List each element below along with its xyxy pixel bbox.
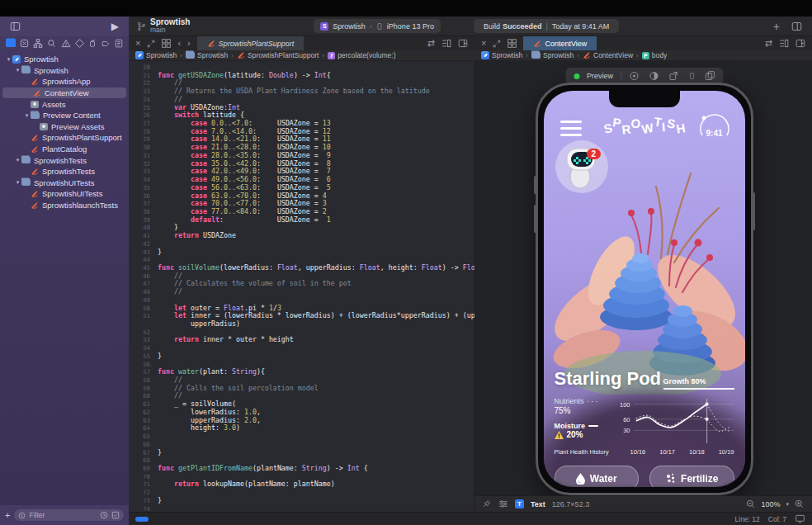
breadcrumb-item[interactable]: Sprowtish xyxy=(531,51,574,59)
library-plus-button[interactable]: + xyxy=(773,21,780,32)
destination-chooser-icon[interactable] xyxy=(162,39,171,48)
tree-item-sprowtish[interactable]: ▾Sprowtish xyxy=(0,65,129,77)
notification-badge[interactable]: 2 xyxy=(587,149,602,159)
preview-rotate-icon[interactable] xyxy=(668,71,678,81)
preview-device-icon[interactable] xyxy=(688,71,695,81)
assets-icon xyxy=(31,101,39,108)
zoom-level[interactable]: 100% xyxy=(761,500,780,508)
destination-chooser-icon[interactable] xyxy=(508,39,517,48)
zoom-out-button[interactable] xyxy=(746,499,755,508)
activity-status[interactable]: Build Succeeded | Today at 9:41 AM xyxy=(474,19,619,33)
scm-filter-icon[interactable] xyxy=(111,511,120,519)
fertilize-button[interactable]: Fertilize xyxy=(649,466,734,487)
editor-layout-button[interactable] xyxy=(791,21,802,31)
tree-item-sprowtishlaunchtests[interactable]: SprowtishlaunchTests xyxy=(0,200,129,211)
horizontal-scrollbar[interactable] xyxy=(135,517,149,522)
tree-item-sprowtishuitests[interactable]: ▾SprowtishUITests xyxy=(0,177,129,189)
breadcrumb-label: SprowtishPlantSupport xyxy=(248,51,319,59)
back-icon[interactable]: ‹ xyxy=(177,39,181,48)
selectable-icon[interactable] xyxy=(484,499,492,509)
project-navigator[interactable]: ▾Sprowtish▾SprowtishSprowtishAppContentV… xyxy=(0,50,129,508)
run-button[interactable]: ▶ xyxy=(111,21,119,31)
tree-item-sprowtishuitests[interactable]: SprowtishUITests xyxy=(0,188,129,200)
breadcrumb-label: Sprowtish xyxy=(543,51,574,59)
forward-icon[interactable]: › xyxy=(187,39,191,48)
swift-file-icon xyxy=(207,40,215,48)
breadcrumb-item[interactable]: fpercolate(volume:) xyxy=(328,51,395,59)
breadcrumb-item[interactable]: SprowtishPlantSupport xyxy=(237,51,319,59)
tree-item-preview content[interactable]: ▾Preview Content xyxy=(0,110,129,121)
close-editor-icon[interactable]: × xyxy=(135,39,140,48)
code-review-icon[interactable]: ⇄ xyxy=(427,39,435,48)
preview-appearance-icon[interactable] xyxy=(649,71,659,81)
menu-icon[interactable] xyxy=(560,121,582,136)
disclosure-icon[interactable]: ▾ xyxy=(5,56,12,63)
breadcrumb-item[interactable]: Sprowtish xyxy=(135,51,177,59)
source-editor[interactable]: 2021func getUSDAZone(latitude: Double) -… xyxy=(129,61,474,514)
editor-options-icon[interactable] xyxy=(441,39,451,48)
swift-icon xyxy=(31,168,39,176)
adjust-icon[interactable] xyxy=(498,499,508,508)
expand-editor-icon[interactable] xyxy=(147,40,155,48)
navigator-tab-breakpoints-icon[interactable] xyxy=(101,40,111,48)
navigator-tab-debug-icon[interactable] xyxy=(88,39,97,48)
tree-item-sprowtishtests[interactable]: SprowtishTests xyxy=(0,166,129,177)
add-file-button[interactable]: + xyxy=(5,511,10,520)
recent-files-icon[interactable] xyxy=(100,511,108,519)
sidebar-toolbar: ▶ xyxy=(0,17,129,36)
navigator-tab-source-control-icon[interactable] xyxy=(20,39,29,48)
tree-item-contentview[interactable]: ContentView xyxy=(2,88,126,99)
right-jump-bar[interactable]: Sprowtish›Sprowtish›ContentView›Pbody xyxy=(474,50,812,61)
navigator-tab-reports-icon[interactable] xyxy=(115,39,123,48)
expand-editor-icon[interactable] xyxy=(493,40,501,48)
toggle-navigator-icon[interactable] xyxy=(10,21,21,31)
breadcrumb-item[interactable]: Pbody xyxy=(642,51,667,59)
nutrients-value: 75% xyxy=(555,406,614,415)
x-tick-label: 10/18 xyxy=(689,448,705,456)
close-editor-icon[interactable]: × xyxy=(481,39,486,48)
folder-icon xyxy=(31,112,40,119)
tree-item-plantcatalog[interactable]: PlantCatalog xyxy=(0,144,129,155)
preview-canvas: Preview 9:41 SPROWTISH xyxy=(474,61,812,495)
tree-item-sprowtishplantsupport[interactable]: SprowtishPlantSupport xyxy=(0,132,129,144)
tree-item-sprowtishtests[interactable]: ▾SprowtishTests xyxy=(0,154,129,166)
zoom-in-button[interactable] xyxy=(795,499,804,508)
disclosure-icon[interactable]: ▾ xyxy=(14,157,21,163)
scheme-selector[interactable]: S Sprowtish › iPhone 13 Pro xyxy=(314,19,441,33)
navigator-tab-hierarchy-icon[interactable] xyxy=(33,39,43,48)
tab-label: SprowtishPlantSupport xyxy=(219,40,295,48)
add-editor-icon[interactable] xyxy=(458,39,468,48)
tree-item-sprowtish[interactable]: ▾Sprowtish xyxy=(0,54,129,65)
tab-contentview[interactable]: ContentView xyxy=(523,36,597,50)
navigator-tab-project-icon[interactable] xyxy=(6,40,16,47)
disclosure-icon[interactable]: ▾ xyxy=(14,67,21,73)
chart-y-axis: 1006030 xyxy=(614,397,634,443)
breadcrumb-item[interactable]: ContentView xyxy=(583,51,633,59)
navigator-tab-issues-icon[interactable] xyxy=(61,39,71,48)
tree-item-sprowtishapp[interactable]: SprowtishApp xyxy=(0,76,129,88)
preview-variants-icon[interactable] xyxy=(629,71,639,81)
disclosure-icon[interactable]: ▾ xyxy=(14,179,21,186)
navigator-tab-tests-icon[interactable] xyxy=(75,39,84,48)
tab-sprowtishplantsupport[interactable]: SprowtishPlantSupport xyxy=(197,36,304,50)
assistant-avatar[interactable] xyxy=(555,140,608,193)
preview-clone-icon[interactable] xyxy=(705,71,715,81)
display-icon[interactable] xyxy=(795,514,805,523)
add-editor-icon[interactable] xyxy=(795,39,805,48)
breadcrumb-separator: › xyxy=(636,52,639,59)
breadcrumb-item[interactable]: Sprowtish xyxy=(186,51,228,59)
tree-item-assets[interactable]: Assets xyxy=(0,98,129,110)
breadcrumb-item[interactable]: Sprowtish xyxy=(481,51,522,59)
breadcrumb-label: ContentView xyxy=(593,51,633,59)
tree-item-preview assets[interactable]: Preview Assets xyxy=(0,121,129,133)
editor-options-icon[interactable] xyxy=(779,39,789,48)
water-button[interactable]: Water xyxy=(555,466,640,487)
tree-item-label: Preview Assets xyxy=(51,122,104,131)
navigator-tab-search-icon[interactable] xyxy=(47,39,56,48)
filter-field[interactable]: Filter xyxy=(14,509,124,521)
disclosure-icon[interactable]: ▾ xyxy=(23,112,31,119)
code-review-icon[interactable]: ⇄ xyxy=(765,39,772,48)
breadcrumb-label: body xyxy=(652,51,667,59)
left-jump-bar[interactable]: Sprowtish›Sprowtish›SprowtishPlantSuppor… xyxy=(129,50,474,61)
project-indicator[interactable]: Sprowtish main xyxy=(137,18,190,34)
